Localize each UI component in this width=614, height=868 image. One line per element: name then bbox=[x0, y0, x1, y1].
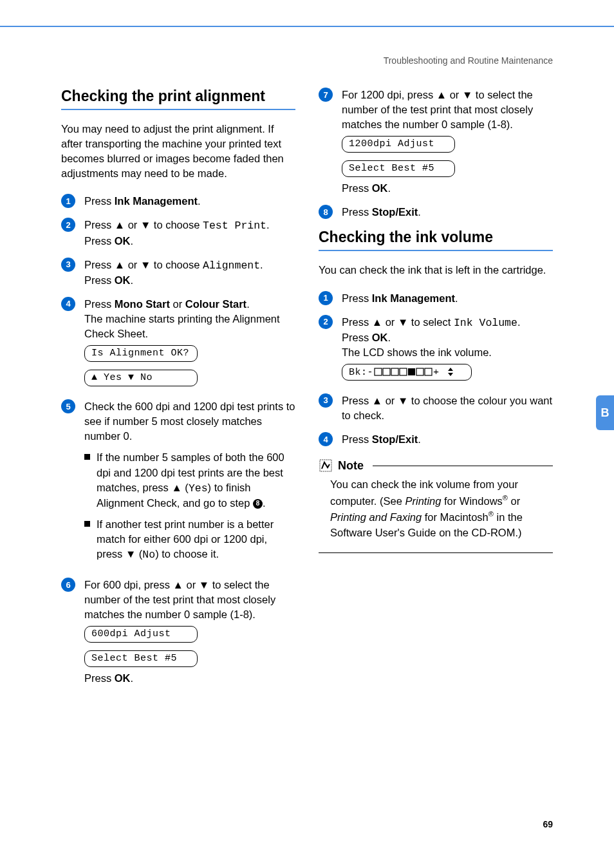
note-label: Note bbox=[338, 459, 364, 473]
step-mono: Alignment bbox=[203, 259, 260, 272]
bullet-list: If the number 5 samples of both the 600 … bbox=[84, 450, 295, 562]
step-number-icon: 8 bbox=[319, 205, 333, 219]
svg-rect-1 bbox=[375, 368, 382, 375]
step-text: Press bbox=[342, 433, 372, 445]
step-number-icon: 3 bbox=[319, 393, 333, 408]
svg-marker-10 bbox=[448, 373, 453, 376]
note-text: or bbox=[508, 495, 520, 506]
step-bold: Stop/Exit bbox=[372, 433, 418, 445]
lcd-display: Bk:- + bbox=[342, 364, 472, 381]
note-icon bbox=[319, 458, 333, 473]
svg-rect-3 bbox=[391, 368, 398, 375]
bullet-mono: No bbox=[142, 549, 155, 561]
step-mono: Ink Volume bbox=[454, 317, 517, 329]
step-8: 8 Press Stop/Exit. bbox=[319, 205, 553, 220]
step-number-icon: 4 bbox=[319, 432, 333, 446]
section-tab: B bbox=[596, 395, 614, 430]
step-text: . bbox=[418, 433, 421, 445]
ink-step-1: 1 Press Ink Management. bbox=[319, 291, 553, 306]
step-text: Press bbox=[84, 235, 115, 247]
intro-text: You can check the ink that is left in th… bbox=[319, 263, 553, 278]
step-text: . bbox=[131, 274, 134, 286]
step-text: Press bbox=[84, 298, 115, 310]
note-sup: ® bbox=[488, 510, 494, 518]
step-number-icon: 5 bbox=[61, 399, 75, 413]
step-ref-icon: 8 bbox=[253, 499, 263, 509]
svg-text:Bk:-: Bk:- bbox=[349, 367, 373, 377]
step-text: . bbox=[418, 206, 421, 218]
svg-rect-2 bbox=[383, 368, 390, 375]
lcd-display: Select Best #5 bbox=[84, 650, 198, 667]
step-6-body: For 600 dpi, press ▲ or ▼ to select the … bbox=[84, 578, 295, 686]
step-2-body: Press ▲ or ▼ to choose Test Print. Press… bbox=[84, 218, 295, 248]
right-column: 7 For 1200 dpi, press ▲ or ▼ to select t… bbox=[319, 88, 553, 695]
lcd-display: Is Alignment OK? bbox=[84, 345, 198, 362]
step-7: 7 For 1200 dpi, press ▲ or ▼ to select t… bbox=[319, 88, 553, 196]
step-body: Press ▲ or ▼ to choose the colour you wa… bbox=[342, 393, 553, 423]
step-text: Press bbox=[342, 182, 372, 194]
step-number-icon: 6 bbox=[61, 578, 75, 592]
section-heading-ink: Checking the ink volume bbox=[319, 229, 553, 246]
step-bold: Mono Start bbox=[115, 298, 170, 310]
heading-underline bbox=[319, 250, 553, 251]
step-number-icon: 2 bbox=[61, 218, 75, 232]
step-text: . bbox=[131, 672, 134, 684]
section-heading-alignment: Checking the print alignment bbox=[61, 88, 295, 105]
step-text: Press ▲ or ▼ to choose bbox=[84, 259, 203, 270]
step-text: . bbox=[131, 235, 134, 247]
svg-marker-9 bbox=[448, 368, 453, 371]
lcd-display: 600dpi Adjust bbox=[84, 626, 198, 643]
bullet-mono: Yes bbox=[189, 482, 208, 495]
note-block: Note You can check the ink volume from y… bbox=[319, 458, 553, 553]
step-text: . bbox=[260, 259, 263, 270]
step-bold: Ink Management bbox=[115, 195, 198, 207]
step-1: 1 Press Ink Management. bbox=[61, 194, 295, 209]
note-header: Note bbox=[319, 458, 553, 473]
svg-text:+: + bbox=[433, 367, 440, 377]
step-mono: Test Print bbox=[203, 220, 266, 232]
step-text: . bbox=[455, 292, 458, 304]
step-number-icon: 1 bbox=[319, 291, 333, 305]
step-text: or bbox=[170, 298, 185, 310]
step-text: Press bbox=[342, 332, 372, 343]
step-text: . bbox=[517, 316, 521, 328]
step-text: Press ▲ or ▼ to choose the colour you wa… bbox=[342, 395, 552, 421]
bullet-text: ) to choose it. bbox=[155, 548, 219, 560]
step-text: . bbox=[388, 332, 391, 343]
note-text: for Windows bbox=[441, 495, 502, 506]
step-7-body: For 1200 dpi, press ▲ or ▼ to select the… bbox=[342, 88, 553, 196]
svg-rect-4 bbox=[400, 368, 407, 375]
step-number-icon: 3 bbox=[61, 258, 75, 272]
step-4-body: Press Mono Start or Colour Start. The ma… bbox=[84, 297, 295, 390]
lcd-display: Select Best #5 bbox=[342, 160, 455, 177]
step-6: 6 For 600 dpi, press ▲ or ▼ to select th… bbox=[61, 578, 295, 686]
left-column: Checking the print alignment You may nee… bbox=[61, 88, 295, 695]
square-bullet-icon bbox=[84, 521, 90, 527]
ink-volume-svg: Bk:- + bbox=[349, 366, 465, 377]
content-area: Checking the print alignment You may nee… bbox=[61, 88, 553, 695]
step-bold: OK bbox=[115, 235, 131, 247]
step-text: Press bbox=[84, 274, 115, 286]
step-body: Press Ink Management. bbox=[342, 291, 553, 306]
lcd-display: ▲ Yes ▼ No bbox=[84, 370, 198, 386]
step-8-body: Press Stop/Exit. bbox=[342, 205, 553, 220]
step-body: Press Stop/Exit. bbox=[342, 432, 553, 447]
step-number-icon: 7 bbox=[319, 88, 333, 102]
bullet-item: If the number 5 samples of both the 600 … bbox=[84, 450, 295, 510]
note-bottom-line bbox=[319, 552, 553, 553]
step-text: For 1200 dpi, press ▲ or ▼ to select the… bbox=[342, 89, 533, 130]
note-sup: ® bbox=[503, 494, 508, 502]
page-number: 69 bbox=[543, 819, 553, 829]
step-2: 2 Press ▲ or ▼ to choose Test Print. Pre… bbox=[61, 218, 295, 248]
step-text: . bbox=[247, 298, 250, 310]
note-body: You can check the ink volume from your c… bbox=[319, 476, 553, 547]
step-3: 3 Press ▲ or ▼ to choose Alignment. Pres… bbox=[61, 258, 295, 288]
ink-step-2: 2 Press ▲ or ▼ to select Ink Volume. Pre… bbox=[319, 315, 553, 384]
step-bold: OK bbox=[372, 332, 388, 343]
step-text: Press bbox=[342, 292, 372, 304]
step-text: The machine starts printing the Alignmen… bbox=[84, 313, 280, 339]
step-text: Press ▲ or ▼ to select bbox=[342, 316, 454, 328]
step-bold: OK bbox=[115, 274, 131, 286]
step-text: Press ▲ or ▼ to choose bbox=[84, 219, 203, 231]
svg-rect-5 bbox=[408, 368, 415, 375]
